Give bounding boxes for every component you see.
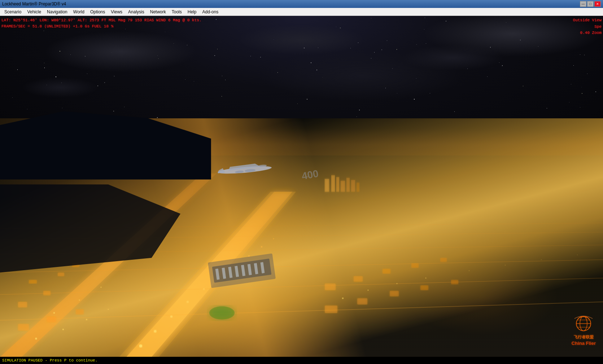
svg-rect-66: [331, 175, 335, 192]
svg-point-10: [154, 330, 157, 332]
titlebar: Lockheed Martin® Prepar3D® v4 — □ ✕: [0, 0, 603, 8]
svg-point-17: [261, 246, 262, 247]
simulation-viewport: 400 LAT: N25°51.46' LON: W80°12.97' ALT:…: [0, 16, 603, 357]
svg-point-13: [203, 288, 205, 290]
menu-item-options[interactable]: Options: [87, 9, 108, 15]
watermark-logo-icon: [573, 312, 594, 334]
svg-rect-34: [390, 291, 399, 296]
watermark: 飞行者联盟 China Flier: [572, 312, 596, 346]
hud-topleft: LAT: N25°51.46' LON: W80°12.97' ALT: 257…: [1, 17, 202, 29]
svg-rect-25: [47, 316, 56, 322]
menu-item-addons[interactable]: Add-ons: [199, 9, 221, 15]
hud-line2: FRAMES/SEC = 51.8 (UNLIMITED) +1.0 Gs FU…: [1, 23, 202, 30]
svg-point-42: [86, 319, 87, 320]
svg-rect-70: [351, 180, 355, 192]
menu-item-views[interactable]: Views: [108, 9, 125, 15]
aircraft-silhouette: [205, 155, 284, 184]
svg-point-48: [469, 270, 469, 271]
svg-rect-71: [357, 183, 359, 192]
svg-point-38: [79, 299, 80, 301]
maximize-button[interactable]: □: [587, 1, 594, 7]
svg-line-3: [0, 302, 603, 320]
svg-rect-24: [18, 324, 29, 330]
svg-point-37: [53, 312, 55, 313]
menu-item-analysis[interactable]: Analysis: [125, 9, 147, 15]
svg-rect-31: [440, 258, 447, 262]
svg-point-45: [368, 289, 369, 290]
svg-point-16: [248, 255, 250, 256]
menu-item-scenario[interactable]: Scenario: [1, 9, 24, 15]
svg-point-47: [425, 277, 427, 279]
svg-point-9: [139, 344, 142, 347]
svg-point-50: [541, 259, 542, 260]
watermark-site: China Flier: [572, 341, 596, 346]
svg-rect-67: [336, 177, 339, 192]
svg-rect-26: [76, 309, 84, 314]
svg-rect-19: [18, 302, 27, 307]
svg-rect-69: [346, 177, 350, 192]
hud-line1: LAT: N25°51.46' LON: W80°12.97' ALT: 257…: [1, 17, 202, 23]
svg-rect-27: [325, 283, 336, 290]
close-button[interactable]: ✕: [594, 1, 601, 7]
svg-rect-36: [451, 280, 458, 284]
menu-item-navigation[interactable]: Navigation: [44, 9, 70, 15]
watermark-site-chinese: 飞行者联盟: [574, 334, 594, 340]
svg-rect-22: [58, 272, 64, 276]
svg-point-44: [342, 297, 344, 299]
svg-rect-68: [341, 181, 345, 192]
menu-item-world[interactable]: World: [70, 9, 87, 15]
svg-point-52: [209, 306, 235, 320]
minimize-button[interactable]: —: [580, 1, 586, 7]
menu-item-tools[interactable]: Tools: [169, 9, 185, 15]
menu-item-help[interactable]: Help: [185, 9, 200, 15]
menubar: ScenarioVehicleNavigationWorldOptionsVie…: [0, 8, 603, 16]
window-controls: — □ ✕: [580, 1, 601, 7]
svg-marker-75: [218, 168, 225, 174]
svg-point-18: [273, 238, 274, 239]
svg-point-46: [397, 283, 398, 284]
svg-point-11: [170, 315, 172, 317]
statusbar-text: SIMULATION PAUSED - Press P to continue.: [2, 358, 97, 363]
svg-rect-32: [325, 306, 337, 313]
hud-speed-label: Spe: [573, 24, 602, 30]
svg-rect-29: [383, 269, 390, 273]
svg-point-39: [101, 286, 102, 288]
svg-rect-65: [325, 179, 329, 192]
svg-point-41: [62, 329, 64, 330]
svg-rect-30: [411, 263, 419, 267]
menu-item-vehicle[interactable]: Vehicle: [24, 9, 44, 15]
hud-topright: Outside View Spe 0.40 Zoom: [573, 17, 602, 36]
window-title: Lockheed Martin® Prepar3D® v4: [2, 1, 66, 6]
svg-point-51: [577, 254, 578, 255]
svg-point-49: [505, 265, 506, 266]
svg-rect-20: [43, 291, 51, 295]
svg-rect-21: [29, 280, 37, 283]
svg-rect-33: [357, 298, 367, 304]
svg-point-12: [187, 301, 189, 303]
menu-item-network[interactable]: Network: [147, 9, 169, 15]
svg-point-43: [108, 308, 109, 310]
svg-rect-35: [420, 285, 428, 290]
statusbar: SIMULATION PAUSED - Press P to continue.: [0, 357, 603, 364]
svg-rect-28: [354, 276, 363, 281]
svg-point-40: [35, 338, 37, 339]
svg-marker-72: [0, 184, 180, 272]
hud-view-type: Outside View: [573, 17, 602, 24]
hud-zoom: 0.40 Zoom: [573, 30, 602, 36]
